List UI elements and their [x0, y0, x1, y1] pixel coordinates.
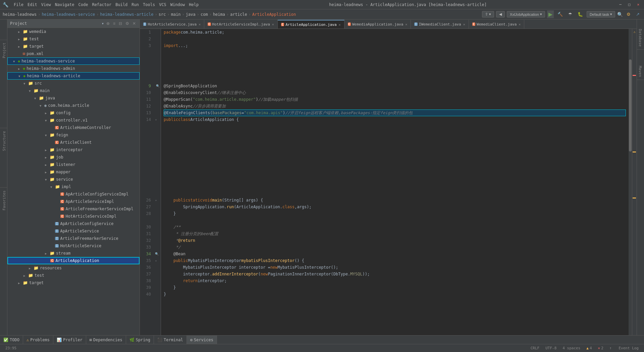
breadcrumb-part-6[interactable]: com: [201, 12, 208, 17]
tree-item-stream[interactable]: 📁 stream: [7, 250, 140, 257]
vertical-scrollbar[interactable]: [629, 29, 632, 335]
tab-HotArticleService[interactable]: I HotArticleService.java ✕: [140, 20, 204, 29]
project-tab[interactable]: Project: [0, 40, 7, 61]
status-encoding[interactable]: UTF-8: [543, 346, 559, 350]
menu-tools[interactable]: Tools: [143, 2, 155, 7]
window-controls[interactable]: ─ □ ✕: [617, 2, 641, 7]
menu-build[interactable]: Build: [115, 2, 127, 7]
menu-window[interactable]: Window: [170, 2, 185, 7]
debug-button[interactable]: 🐛: [576, 11, 585, 18]
back-button[interactable]: ◀: [496, 11, 505, 17]
tree-item-service-module[interactable]: ◆ heima-leadnews-service: [7, 57, 140, 65]
status-line-col[interactable]: 23:95: [3, 346, 19, 350]
dependencies-tab[interactable]: ⊞ Dependencies: [86, 336, 126, 344]
spring-tab[interactable]: 🌿 Spring: [126, 336, 154, 344]
task-selector[interactable]: Default task ▾: [587, 11, 615, 17]
breadcrumb-part-7[interactable]: heima: [213, 12, 225, 17]
services-tab[interactable]: ⚙ Services: [187, 336, 217, 344]
menu-run[interactable]: Run: [131, 2, 139, 7]
update-button[interactable]: ↗: [634, 11, 641, 18]
profiler-tab[interactable]: 📊 Profiler: [53, 336, 86, 344]
code-editor[interactable]: 1 2 3 9 10 11 12 13 14: [140, 29, 637, 335]
menu-help[interactable]: Help: [189, 2, 199, 7]
fold-35[interactable]: ▾: [155, 257, 161, 264]
fold-26[interactable]: ▾: [155, 197, 161, 204]
breadcrumb-part-1[interactable]: heima-leadnews-service: [42, 12, 95, 17]
menu-file[interactable]: File: [14, 2, 23, 7]
tab-close-2[interactable]: ✕: [339, 23, 341, 27]
tab-close-4[interactable]: ✕: [463, 23, 465, 26]
menu-code[interactable]: Code: [78, 2, 88, 7]
tree-item-feign[interactable]: 📁 feign: [7, 131, 140, 139]
tree-item-HotArticleService[interactable]: I HotArticleService: [7, 242, 140, 250]
structure-tab[interactable]: Structure: [0, 128, 7, 154]
run-config-selector[interactable]: XxlJobApplication ▾: [507, 11, 545, 17]
tree-item-src[interactable]: 📁 src: [7, 80, 140, 87]
vcs-button[interactable]: ⇧ ▾: [482, 11, 494, 17]
tree-item-target2[interactable]: 📁 target: [7, 279, 140, 287]
breadcrumb-part-9[interactable]: ArticleApplication: [252, 12, 296, 17]
tree-item-pom[interactable]: ⊞ pom.xml: [7, 50, 140, 57]
tree-item-ArticleFreemarkerServiceImpl[interactable]: C ArticleFreemarkerServiceImpl: [7, 205, 140, 213]
tree-item-ApArticleServiceImpl[interactable]: C ApArticleServiceImpl: [7, 198, 140, 205]
tree-item-ApArticleService[interactable]: I ApArticleService: [7, 227, 140, 235]
tree-item-job[interactable]: 📁 job: [7, 153, 140, 161]
tree-item-ArticleApplication[interactable]: C ArticleApplication: [7, 257, 140, 264]
tab-close-0[interactable]: ✕: [199, 23, 201, 26]
tree-item-test2[interactable]: 📁 test: [7, 272, 140, 279]
problems-tab[interactable]: ⚠ Problems: [23, 336, 53, 344]
tree-item-wemedia[interactable]: 📁 wemedia: [7, 28, 140, 35]
tree-item-config[interactable]: 📁 config: [7, 109, 140, 117]
favorites-tab[interactable]: Favorites: [0, 187, 7, 213]
tree-item-test[interactable]: 📁 test: [7, 35, 140, 43]
locate-file-button[interactable]: ⊕: [105, 21, 111, 26]
terminal-tab[interactable]: ⬛ Terminal: [154, 336, 187, 344]
tab-WemediaClient[interactable]: C WemediaClient.java ✕: [469, 20, 525, 29]
close-button[interactable]: ✕: [635, 2, 641, 7]
build-button[interactable]: 🔨: [556, 11, 565, 18]
tab-WemediaApplication[interactable]: C WemediaApplication.java ✕: [344, 20, 411, 29]
todo-tab[interactable]: ✅ TODO: [0, 336, 23, 344]
tree-item-ArticleHomeController[interactable]: C ArticleHomeController: [7, 124, 140, 131]
tree-item-service-folder[interactable]: 📁 service: [7, 176, 140, 183]
panel-settings-button[interactable]: ⚙: [124, 21, 130, 26]
status-git[interactable]: ↑: [607, 346, 615, 350]
tree-item-resources[interactable]: 📁 resources: [7, 264, 140, 272]
tree-item-target[interactable]: 📁 target: [7, 43, 140, 50]
settings-button[interactable]: ⚙: [625, 11, 632, 18]
tree-item-ArticleFreemarkerService[interactable]: I ArticleFreemarkerService: [7, 235, 140, 242]
breadcrumb-part-0[interactable]: heima-leadnews: [3, 12, 37, 17]
menu-edit[interactable]: Edit: [28, 2, 37, 7]
breadcrumb-part-4[interactable]: main: [171, 12, 181, 17]
status-warnings[interactable]: ▲ 4: [584, 346, 594, 350]
menu-vcs[interactable]: VCS: [159, 2, 166, 7]
tree-item-mapper[interactable]: 📁 mapper: [7, 168, 140, 176]
tree-item-package[interactable]: ◉ com.heima.article: [7, 102, 140, 109]
breadcrumb-part-3[interactable]: src: [159, 12, 166, 17]
tab-close-1[interactable]: ✕: [272, 23, 274, 26]
tree-item-ArticleClient[interactable]: C ArticleClient: [7, 139, 140, 146]
tree-item-ApArticleConfigService[interactable]: I ApArticleConfigService: [7, 220, 140, 227]
restore-button[interactable]: □: [626, 2, 633, 7]
breadcrumb-part-2[interactable]: heima-leadnews-article: [100, 12, 154, 17]
maven-tab[interactable]: Maven: [637, 63, 644, 80]
menu-bar[interactable]: File Edit View Navigate Code Refactor Bu…: [14, 2, 199, 7]
fold-14[interactable]: ▾: [155, 116, 161, 123]
tree-item-ApArticleConfigServiceImpl[interactable]: C ApArticleConfigServiceImpl: [7, 190, 140, 198]
database-tab[interactable]: Database: [637, 26, 644, 50]
tab-close-5[interactable]: ✕: [519, 23, 521, 26]
tree-item-interceptor[interactable]: 📁 interceptor: [7, 146, 140, 153]
status-line-ending[interactable]: CRLF: [528, 346, 542, 350]
tree-item-impl[interactable]: 📁 impl: [7, 183, 140, 190]
breadcrumb-part-5[interactable]: java: [186, 12, 196, 17]
collapse-all-button[interactable]: ≡: [112, 21, 116, 26]
tree-item-HotArticleServiceImpl[interactable]: C HotArticleServiceImpl: [7, 213, 140, 220]
tab-HotArticleServiceImpl[interactable]: C HotArticleServiceImpl.java ✕: [204, 20, 278, 29]
minimize-button[interactable]: ─: [617, 2, 624, 7]
hide-panel-button[interactable]: ✕: [131, 21, 137, 26]
coverage-button[interactable]: ☂: [567, 11, 574, 18]
tab-close-3[interactable]: ✕: [405, 23, 407, 26]
menu-navigate[interactable]: Navigate: [55, 2, 74, 7]
tree-item-controller[interactable]: 📁 controller.v1: [7, 117, 140, 124]
tree-item-admin-module[interactable]: ◆ heima-leadnews-admin: [7, 65, 140, 72]
